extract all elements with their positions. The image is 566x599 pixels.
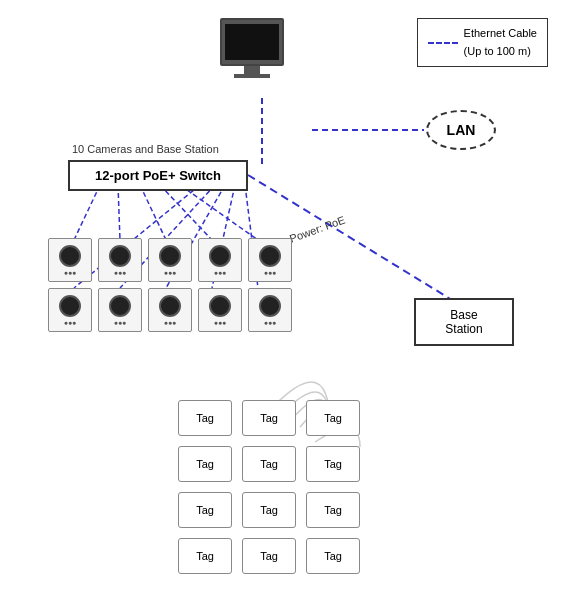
monitor-screen [225,24,279,60]
network-diagram: Ethernet Cable (Up to 100 m) LAN 10 Came… [0,0,566,599]
camera-item-label: ●●● [214,269,227,276]
camera-item-label: ●●● [64,319,77,326]
camera-item-label: ●●● [64,269,77,276]
camera-item-5: ●●● [48,288,92,332]
camera-item-8: ●●● [198,288,242,332]
tag-item-5: Tag [306,446,360,482]
tag-item-6: Tag [178,492,232,528]
tag-item-11: Tag [306,538,360,574]
legend-line-label: Ethernet Cable [464,25,537,43]
switch-label: 12-port PoE+ Switch [95,168,221,183]
camera-item-1: ●●● [98,238,142,282]
camera-lens [259,295,281,317]
svg-line-4 [140,185,166,240]
base-station-label: BaseStation [445,308,482,336]
legend-dashed-line [428,42,458,44]
camera-item-label: ●●● [114,319,127,326]
camera-item-3: ●●● [198,238,242,282]
camera-lens [59,295,81,317]
poe-label: Power: PoE [288,213,347,244]
legend-box: Ethernet Cable (Up to 100 m) [417,18,548,67]
tag-item-0: Tag [178,400,232,436]
switch-group-label: 10 Cameras and Base Station [72,143,219,155]
lan-label: LAN [447,122,476,138]
svg-line-3 [118,185,120,240]
camera-item-7: ●●● [148,288,192,332]
legend-line: Ethernet Cable (Up to 100 m) [428,25,537,60]
svg-line-2 [74,185,100,240]
camera-item-label: ●●● [164,269,177,276]
camera-lens [159,245,181,267]
camera-item-label: ●●● [214,319,227,326]
tag-item-1: Tag [242,400,296,436]
lan-cloud: LAN [426,110,496,150]
monitor-stand [244,66,260,74]
legend-line-subtitle: (Up to 100 m) [464,43,537,61]
camera-lens [109,245,131,267]
camera-item-label: ●●● [264,319,277,326]
camera-grid: ●●● ●●● ●●● ●●● ●●● ●●● ●●● ●●● ●●● ●● [48,238,294,334]
camera-item-4: ●●● [248,238,292,282]
tag-item-10: Tag [242,538,296,574]
legend-text: Ethernet Cable (Up to 100 m) [464,25,537,60]
tag-item-4: Tag [242,446,296,482]
camera-item-label: ●●● [164,319,177,326]
camera-item-label: ●●● [114,269,127,276]
tag-item-2: Tag [306,400,360,436]
monitor [220,18,284,66]
svg-line-6 [180,185,258,240]
tag-item-7: Tag [242,492,296,528]
computer [220,18,284,78]
camera-lens [259,245,281,267]
camera-lens [209,245,231,267]
tag-grid: TagTagTagTagTagTagTagTagTagTagTagTag [178,400,362,578]
svg-line-5 [160,185,212,240]
camera-lens [159,295,181,317]
camera-item-0: ●●● [48,238,92,282]
tag-item-8: Tag [306,492,360,528]
camera-lens [59,245,81,267]
monitor-base [234,74,270,78]
camera-item-label: ●●● [264,269,277,276]
tag-item-3: Tag [178,446,232,482]
camera-item-6: ●●● [98,288,142,332]
switch-box: 12-port PoE+ Switch [68,160,248,191]
camera-item-9: ●●● [248,288,292,332]
base-station-box: BaseStation [414,298,514,346]
tag-item-9: Tag [178,538,232,574]
cloud-shape: LAN [426,110,496,150]
camera-lens [109,295,131,317]
camera-lens [209,295,231,317]
camera-item-2: ●●● [148,238,192,282]
